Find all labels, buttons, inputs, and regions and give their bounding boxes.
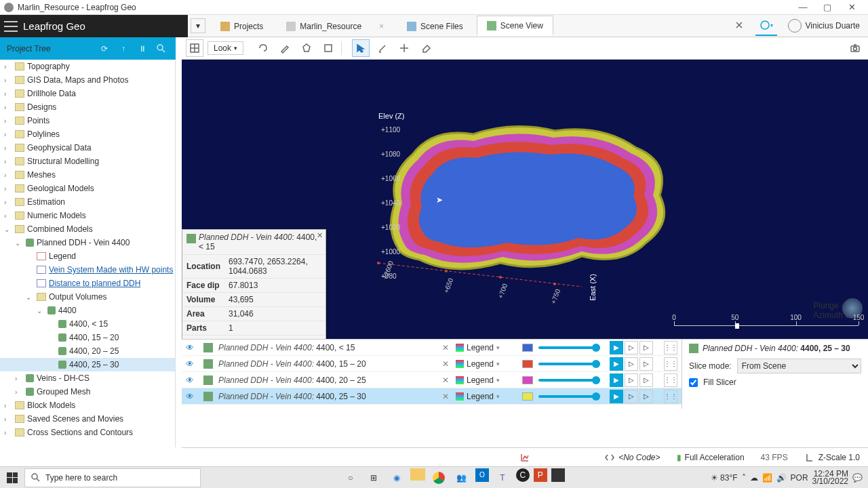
- scale-bar[interactable]: 0 50 100 150: [674, 321, 859, 331]
- chevron-icon[interactable]: ›: [4, 77, 12, 84]
- tab-scene-files[interactable]: Scene Files: [397, 16, 473, 36]
- step-button[interactable]: ▷: [625, 373, 638, 387]
- mode-button-1[interactable]: [728, 16, 750, 36]
- chevron-icon[interactable]: ›: [4, 131, 12, 138]
- opacity-slider[interactable]: [538, 395, 600, 398]
- options-button[interactable]: ⋮⋮: [664, 373, 677, 387]
- task-cortana[interactable]: ○: [341, 468, 360, 487]
- remove-layer[interactable]: ✕: [441, 359, 450, 369]
- chevron-icon[interactable]: ›: [4, 104, 12, 111]
- play-button[interactable]: ▶: [610, 357, 623, 371]
- tree-node[interactable]: ›Block Models: [0, 399, 175, 412]
- chevron-icon[interactable]: ›: [15, 388, 23, 396]
- tray-up[interactable]: ˄: [742, 473, 746, 483]
- color-swatch[interactable]: [522, 376, 533, 384]
- tree-node[interactable]: Legend: [0, 249, 175, 263]
- tray-lang[interactable]: POR: [791, 473, 808, 483]
- task-powerpoint[interactable]: P: [534, 468, 547, 482]
- play-button[interactable]: ▶: [610, 390, 623, 403]
- project-tree[interactable]: ›Topography›GIS Data, Maps and Photos›Dr…: [0, 60, 176, 447]
- tab-resource[interactable]: Marlin_Resource×: [277, 16, 393, 36]
- popup-close[interactable]: ✕: [315, 230, 324, 241]
- tree-node[interactable]: 4400, 15 – 20: [0, 331, 175, 344]
- chevron-icon[interactable]: ›: [4, 158, 12, 165]
- task-taskview[interactable]: ⊞: [364, 468, 383, 487]
- tree-node[interactable]: ›Meshes: [0, 168, 175, 182]
- fill-slicer-checkbox[interactable]: [689, 378, 698, 387]
- fwd-button[interactable]: ▷: [639, 373, 653, 387]
- tree-node[interactable]: ⌄Output Volumes: [0, 290, 175, 304]
- visibility-toggle[interactable]: 👁: [186, 359, 198, 369]
- view-settings-button[interactable]: [186, 39, 203, 57]
- options-button[interactable]: ⋮⋮: [664, 390, 677, 403]
- chart-button[interactable]: [519, 452, 530, 463]
- legend-dropdown[interactable]: Legend▾: [456, 343, 517, 352]
- pen-tool[interactable]: [276, 39, 294, 57]
- opacity-slider[interactable]: [538, 363, 600, 365]
- play-button[interactable]: ▶: [610, 373, 623, 387]
- weather-indicator[interactable]: ☀ 83°F: [711, 473, 738, 483]
- options-button[interactable]: ⋮⋮: [664, 357, 677, 371]
- maximize-button[interactable]: ▢: [815, 2, 840, 12]
- opacity-slider[interactable]: [538, 379, 600, 382]
- code-indicator[interactable]: <No Code>: [604, 452, 660, 463]
- tray-sound[interactable]: 🔊: [776, 473, 787, 483]
- chevron-icon[interactable]: ›: [4, 402, 12, 409]
- layer-row[interactable]: 👁Planned DDH - Vein 4400: 4400, 25 – 30✕…: [182, 388, 682, 405]
- layer-row[interactable]: 👁Planned DDH - Vein 4400: 4400, < 15✕Leg…: [182, 340, 682, 356]
- chevron-icon[interactable]: ›: [4, 199, 12, 206]
- tree-node[interactable]: Distance to planned DDH: [0, 277, 175, 290]
- tree-node[interactable]: ›Grouped Mesh: [0, 385, 175, 399]
- tab-projects[interactable]: Projects: [211, 16, 273, 36]
- tray-cloud[interactable]: ☁: [750, 473, 758, 483]
- tab-scene-view[interactable]: Scene View: [477, 16, 553, 36]
- menu-button[interactable]: [4, 21, 18, 32]
- play-button[interactable]: ▶: [610, 341, 623, 354]
- screenshot-button[interactable]: [846, 39, 864, 57]
- tree-node[interactable]: ⌄Planned DDH - Vein 4400: [0, 236, 175, 249]
- color-swatch[interactable]: [522, 360, 533, 368]
- task-chrome[interactable]: [429, 468, 448, 487]
- legend-dropdown[interactable]: Legend▾: [456, 359, 517, 369]
- minimize-button[interactable]: —: [791, 2, 815, 12]
- task-edge[interactable]: ◉: [387, 468, 406, 487]
- tree-node[interactable]: ›Saved Scenes and Movies: [0, 412, 175, 426]
- tray-clock[interactable]: 12:24 PM3/10/2022: [812, 470, 848, 485]
- close-button[interactable]: ✕: [840, 2, 864, 12]
- task-app2[interactable]: C: [516, 468, 530, 482]
- chevron-icon[interactable]: ›: [4, 90, 12, 98]
- chevron-icon[interactable]: ›: [4, 415, 12, 423]
- tray-wifi[interactable]: 📶: [762, 473, 772, 483]
- chevron-icon[interactable]: ›: [4, 171, 12, 179]
- layer-row[interactable]: 👁Planned DDH - Vein 4400: 4400, 20 – 25✕…: [182, 372, 682, 388]
- layer-row[interactable]: 👁Planned DDH - Vein 4400: 4400, 15 – 20✕…: [182, 356, 682, 372]
- chevron-icon[interactable]: ⌄: [37, 307, 45, 314]
- task-teams[interactable]: 👥: [452, 468, 471, 487]
- visibility-toggle[interactable]: 👁: [186, 343, 198, 352]
- fwd-button[interactable]: ▷: [639, 390, 653, 403]
- polygon-tool[interactable]: [298, 39, 315, 57]
- chevron-icon[interactable]: ›: [4, 185, 12, 192]
- legend-dropdown[interactable]: Legend▾: [456, 375, 517, 385]
- taskbar-search[interactable]: Type here to search: [24, 468, 201, 487]
- remove-layer[interactable]: ✕: [441, 392, 450, 401]
- zscale-indicator[interactable]: Z-Scale 1.0: [804, 452, 860, 463]
- tree-node[interactable]: ›Points: [0, 114, 175, 127]
- tree-node[interactable]: ›Structural Modelling: [0, 155, 175, 168]
- user-menu[interactable]: Vinicius Duarte: [783, 19, 865, 33]
- chevron-icon[interactable]: ⌄: [26, 293, 34, 301]
- task-app1[interactable]: T: [493, 468, 512, 487]
- refresh-button[interactable]: ⟳: [97, 41, 112, 56]
- tree-node[interactable]: 4400, < 15: [0, 317, 175, 331]
- edit-tool[interactable]: [374, 39, 391, 57]
- task-explorer[interactable]: [410, 468, 425, 481]
- visibility-toggle[interactable]: 👁: [186, 375, 198, 385]
- search-tree-button[interactable]: [154, 41, 169, 56]
- slice-mode-select[interactable]: From Scene: [737, 359, 861, 373]
- tree-node[interactable]: ⌄Combined Models: [0, 222, 175, 236]
- fwd-button[interactable]: ▷: [639, 341, 653, 354]
- chevron-icon[interactable]: ⌄: [4, 226, 12, 233]
- chevron-icon[interactable]: ›: [4, 144, 12, 152]
- remove-layer[interactable]: ✕: [441, 375, 450, 385]
- remove-layer[interactable]: ✕: [441, 343, 450, 352]
